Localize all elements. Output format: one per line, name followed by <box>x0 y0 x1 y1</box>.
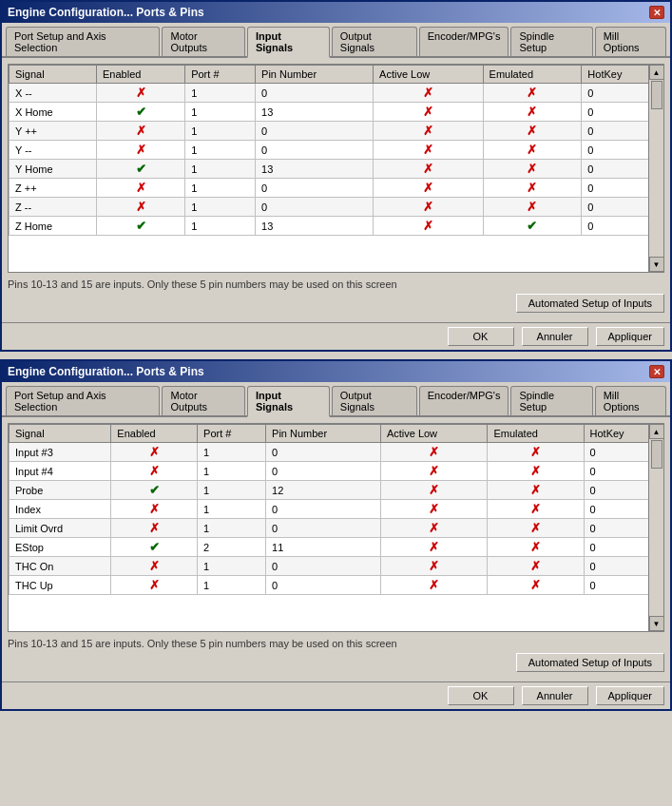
cell-enabled[interactable]: ✔ <box>111 538 198 557</box>
close-button-2[interactable]: ✕ <box>649 365 664 378</box>
title-bar-1: Engine Configuration... Ports & Pins ✕ <box>2 2 670 23</box>
tab-motor-outputs-1[interactable]: Motor Outputs <box>162 27 244 56</box>
cell-port: 1 <box>185 217 256 236</box>
cell-enabled[interactable]: ✗ <box>111 576 198 595</box>
x-icon: ✗ <box>423 219 433 233</box>
apply-btn-2[interactable]: Appliquer <box>596 686 664 705</box>
x-icon: ✗ <box>429 521 439 535</box>
ok-btn-1[interactable]: OK <box>448 327 514 346</box>
scroll-down-1[interactable]: ▼ <box>649 257 664 272</box>
cell-enabled[interactable]: ✗ <box>111 519 198 538</box>
cell-activelow[interactable]: ✗ <box>374 179 484 198</box>
cell-emulated[interactable]: ✗ <box>488 538 584 557</box>
cell-emulated[interactable]: ✗ <box>483 122 582 141</box>
tab-port-setup-2[interactable]: Port Setup and Axis Selection <box>6 386 160 415</box>
scroll-down-2[interactable]: ▼ <box>649 616 664 631</box>
tab-mill-options-1[interactable]: Mill Options <box>595 27 666 56</box>
cell-pin: 13 <box>256 103 374 122</box>
tab-output-signals-1[interactable]: Output Signals <box>332 27 417 56</box>
cell-emulated[interactable]: ✗ <box>488 500 584 519</box>
apply-btn-1[interactable]: Appliquer <box>596 327 664 346</box>
cell-signal: Z ++ <box>10 179 97 198</box>
cell-enabled[interactable]: ✔ <box>97 160 185 179</box>
cell-activelow[interactable]: ✗ <box>380 462 488 481</box>
cancel-btn-2[interactable]: Annuler <box>522 686 588 705</box>
cell-activelow[interactable]: ✗ <box>380 500 488 519</box>
tab-spindle-2[interactable]: Spindle Setup <box>510 386 592 415</box>
cell-emulated[interactable]: ✔ <box>483 217 582 236</box>
cell-activelow[interactable]: ✗ <box>380 443 488 462</box>
cell-enabled[interactable]: ✔ <box>97 217 185 236</box>
cell-activelow[interactable]: ✗ <box>374 84 484 103</box>
cell-activelow[interactable]: ✗ <box>374 198 484 217</box>
x-icon: ✗ <box>149 502 160 516</box>
cell-emulated[interactable]: ✗ <box>483 141 582 160</box>
cell-emulated[interactable]: ✗ <box>488 462 584 481</box>
cell-enabled[interactable]: ✗ <box>97 141 185 160</box>
cell-emulated[interactable]: ✗ <box>488 519 584 538</box>
cell-activelow[interactable]: ✗ <box>380 538 488 557</box>
cell-emulated[interactable]: ✗ <box>488 481 584 500</box>
cell-enabled[interactable]: ✗ <box>97 122 185 141</box>
scroll-up-2[interactable]: ▲ <box>649 424 664 439</box>
cell-port: 2 <box>198 538 266 557</box>
tab-encoder-1[interactable]: Encoder/MPG's <box>419 27 509 56</box>
cell-activelow[interactable]: ✗ <box>380 481 488 500</box>
tab-encoder-2[interactable]: Encoder/MPG's <box>419 386 509 415</box>
tab-port-setup-1[interactable]: Port Setup and Axis Selection <box>6 27 160 56</box>
cell-activelow[interactable]: ✗ <box>374 122 484 141</box>
col-enabled-2: Enabled <box>111 425 198 443</box>
cell-signal: Y Home <box>10 160 97 179</box>
info-text-2: Pins 10-13 and 15 are inputs. Only these… <box>8 638 664 649</box>
cell-emulated[interactable]: ✗ <box>488 557 584 576</box>
cell-activelow[interactable]: ✗ <box>374 141 484 160</box>
cell-emulated[interactable]: ✗ <box>483 84 582 103</box>
tab-motor-outputs-2[interactable]: Motor Outputs <box>162 386 244 415</box>
x-icon: ✗ <box>423 124 433 138</box>
cell-activelow[interactable]: ✗ <box>380 576 488 595</box>
scrollbar-1[interactable]: ▲ ▼ <box>648 65 663 272</box>
cell-emulated[interactable]: ✗ <box>483 160 582 179</box>
cell-enabled[interactable]: ✗ <box>111 443 198 462</box>
cell-enabled[interactable]: ✗ <box>111 500 198 519</box>
cell-activelow[interactable]: ✗ <box>374 160 484 179</box>
cell-enabled[interactable]: ✗ <box>97 198 185 217</box>
cell-emulated[interactable]: ✗ <box>483 179 582 198</box>
cell-enabled[interactable]: ✗ <box>97 84 185 103</box>
ok-btn-2[interactable]: OK <box>448 686 514 705</box>
tab-output-signals-2[interactable]: Output Signals <box>332 386 417 415</box>
tab-mill-options-2[interactable]: Mill Options <box>595 386 666 415</box>
x-icon: ✗ <box>423 105 433 119</box>
cell-enabled[interactable]: ✔ <box>111 481 198 500</box>
cell-activelow[interactable]: ✗ <box>380 519 488 538</box>
cell-enabled[interactable]: ✗ <box>111 462 198 481</box>
scrollbar-2[interactable]: ▲ ▼ <box>648 424 663 631</box>
table-row: Z ++ ✗ 1 0 ✗ ✗ 0 <box>10 179 663 198</box>
scroll-thumb-1[interactable] <box>651 81 662 109</box>
x-icon: ✗ <box>136 86 146 100</box>
x-icon: ✗ <box>149 464 160 478</box>
cell-activelow[interactable]: ✗ <box>380 557 488 576</box>
tab-input-signals-1[interactable]: Input Signals <box>247 27 330 58</box>
cell-activelow[interactable]: ✗ <box>374 217 484 236</box>
cell-pin: 0 <box>256 122 374 141</box>
scroll-track-1 <box>650 80 663 257</box>
automated-setup-btn-1[interactable]: Automated Setup of Inputs <box>516 294 664 313</box>
cancel-btn-1[interactable]: Annuler <box>522 327 588 346</box>
cell-emulated[interactable]: ✗ <box>483 103 582 122</box>
automated-setup-btn-2[interactable]: Automated Setup of Inputs <box>516 653 664 672</box>
scroll-thumb-2[interactable] <box>651 440 662 469</box>
cell-emulated[interactable]: ✗ <box>488 443 584 462</box>
tab-spindle-1[interactable]: Spindle Setup <box>510 27 592 56</box>
cell-activelow[interactable]: ✗ <box>374 103 484 122</box>
cell-emulated[interactable]: ✗ <box>483 198 582 217</box>
tab-input-signals-2[interactable]: Input Signals <box>247 386 330 417</box>
cell-emulated[interactable]: ✗ <box>488 576 584 595</box>
cell-enabled[interactable]: ✗ <box>111 557 198 576</box>
close-button-1[interactable]: ✕ <box>649 6 664 19</box>
scroll-up-1[interactable]: ▲ <box>649 65 664 80</box>
cell-signal: THC Up <box>10 576 111 595</box>
cell-enabled[interactable]: ✔ <box>97 103 185 122</box>
cell-enabled[interactable]: ✗ <box>97 179 185 198</box>
x-icon: ✗ <box>530 464 541 478</box>
